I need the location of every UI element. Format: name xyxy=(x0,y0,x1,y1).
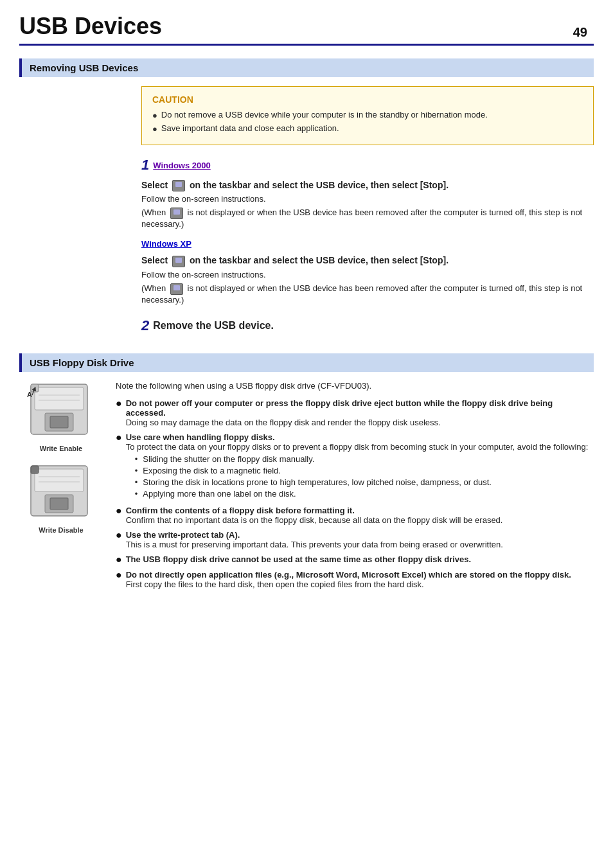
step1-winxp-heading: Windows XP xyxy=(141,239,594,249)
floppy-bullet-6: ● Do not directly open application files… xyxy=(116,570,594,589)
step1-win2000-heading: 1 Windows 2000 xyxy=(141,157,594,173)
removing-usb-section: Removing USB Devices CAUTION Do not remo… xyxy=(19,58,594,334)
svg-rect-12 xyxy=(50,498,68,509)
floppy-bullet-4: ● Use the write-protect tab (A). This is… xyxy=(116,530,594,549)
write-enable-diagram: A xyxy=(26,381,96,441)
floppy-intro: Note the following when using a USB flop… xyxy=(116,381,594,391)
write-disable-diagram xyxy=(26,463,96,522)
svg-text:A: A xyxy=(27,391,32,398)
caution-box: CAUTION Do not remove a USB device while… xyxy=(141,86,594,145)
bullet-dot-6: ● xyxy=(116,570,122,580)
removing-section-header: Removing USB Devices xyxy=(19,58,594,77)
write-disable-svg xyxy=(26,463,96,520)
page-title: USB Devices xyxy=(19,13,162,40)
floppy-bullet-3: ● Confirm the contents of a floppy disk … xyxy=(116,506,594,525)
floppy-bullet-2: ● Use care when handling floppy disks. T… xyxy=(116,432,594,500)
sub-bullet-2-2: Exposing the disk to a magnetic field. xyxy=(135,466,594,475)
write-disable-label: Write Disable xyxy=(39,526,84,534)
page-header: USB Devices 49 xyxy=(19,13,594,46)
bullet-dot-3: ● xyxy=(116,506,122,516)
removing-content: CAUTION Do not remove a USB device while… xyxy=(19,86,594,334)
floppy-bullet-5: ● The USB floppy disk drive cannot be us… xyxy=(116,554,594,565)
caution-item-2: Save important data and close each appli… xyxy=(152,123,583,134)
taskbar-icon-winxp-1 xyxy=(172,256,185,267)
bullet-dot-2: ● xyxy=(116,432,122,443)
page-container: USB Devices 49 Removing USB Devices CAUT… xyxy=(0,0,613,639)
floppy-content: A Write Enable xyxy=(19,381,594,594)
floppy-section-header: USB Floppy Disk Drive xyxy=(19,353,594,372)
step1-win2000-paren: (When is not displayed or when the USB d… xyxy=(141,208,594,229)
sub-bullet-2-4: Applying more than one label on the disk… xyxy=(135,489,594,499)
sub-bullets-2: Sliding the shutter on the floppy disk m… xyxy=(135,454,594,499)
step1-win2000-follow: Follow the on-screen instructions. xyxy=(141,194,594,204)
bullet-dot-5: ● xyxy=(116,554,122,565)
step1-winxp-instruction: Select on the taskbar and select the USB… xyxy=(141,255,594,267)
taskbar-icon-winxp-2 xyxy=(170,283,183,295)
sub-bullet-2-3: Storing the disk in locations prone to h… xyxy=(135,477,594,487)
caution-title: CAUTION xyxy=(152,94,583,105)
step2-heading: 2 Remove the USB device. xyxy=(141,317,594,334)
floppy-section: USB Floppy Disk Drive xyxy=(19,353,594,594)
step1-win2000-instruction: Select on the taskbar and select the USB… xyxy=(141,180,594,191)
step2-text: Remove the USB device. xyxy=(153,320,274,332)
write-enable-svg: A xyxy=(26,381,96,439)
caution-item-1: Do not remove a USB device while your co… xyxy=(152,110,583,120)
taskbar-icon-win2000-1 xyxy=(172,180,185,191)
floppy-text-content: Note the following when using a USB flop… xyxy=(116,381,594,594)
floppy-images: A Write Enable xyxy=(19,381,103,594)
floppy-bullet-1: ● Do not power off your computer or pres… xyxy=(116,398,594,427)
windowsxp-label[interactable]: Windows XP xyxy=(141,239,191,249)
page-number: 49 xyxy=(573,25,594,40)
bullet-dot-4: ● xyxy=(116,530,122,540)
step1-winxp-paren: (When is not displayed or when the USB d… xyxy=(141,283,594,305)
bullet-dot-1: ● xyxy=(116,398,122,409)
windows2000-label[interactable]: Windows 2000 xyxy=(153,161,210,170)
svg-rect-1 xyxy=(35,387,84,410)
svg-rect-10 xyxy=(35,469,84,492)
step1-winxp-follow: Follow the on-screen instructions. xyxy=(141,270,594,279)
svg-rect-3 xyxy=(50,416,68,428)
taskbar-icon-win2000-2 xyxy=(170,208,183,219)
write-enable-label: Write Enable xyxy=(40,445,82,452)
svg-rect-13 xyxy=(31,466,39,474)
sub-bullet-2-1: Sliding the shutter on the floppy disk m… xyxy=(135,454,594,464)
